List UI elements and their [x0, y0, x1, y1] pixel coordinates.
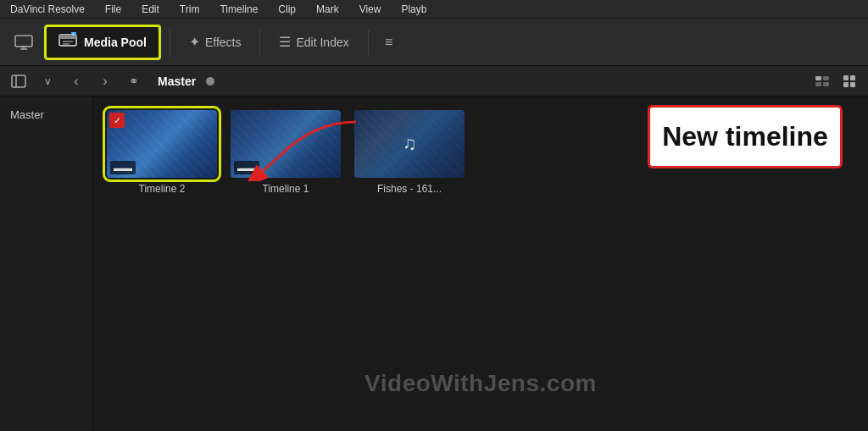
svg-rect-16 [843, 75, 849, 80]
svg-rect-10 [12, 75, 25, 87]
toolbar-separator-3 [368, 30, 369, 55]
menu-davinci[interactable]: DaVinci Resolve [7, 2, 88, 17]
menu-mark[interactable]: Mark [313, 2, 342, 17]
effects-label: Effects [205, 36, 242, 49]
list-view-btn[interactable] [810, 69, 834, 93]
media-pool-icon: + [58, 32, 77, 52]
sub-toolbar: ∨ ‹ › ⚭ Master [0, 66, 868, 97]
view-buttons [810, 69, 861, 93]
more-options-btn[interactable]: ≡ [377, 30, 401, 54]
watermark: VideoWithJens.com [364, 370, 597, 397]
menu-playb[interactable]: Playb [398, 2, 430, 17]
svg-rect-17 [850, 75, 855, 80]
list-item[interactable]: ♫ Fishes - 161... [354, 110, 465, 195]
sidebar-item-master[interactable]: Master [0, 103, 92, 126]
toolbar-separator-1 [170, 30, 170, 55]
music-icon: ♫ [403, 133, 417, 155]
toolbar-separator-2 [259, 30, 260, 55]
thumb-img-timeline2: ✓ ▬▬ [107, 110, 217, 178]
menu-bar: DaVinci Resolve File Edit Trim Timeline … [0, 0, 868, 19]
menu-timeline[interactable]: Timeline [216, 2, 261, 17]
list-item[interactable]: ✓ ▬▬ Timeline 2 [107, 110, 217, 195]
thumb-label-timeline1: Timeline 1 [263, 183, 309, 195]
edit-index-button[interactable]: ☰ Edit Index [269, 25, 359, 60]
menu-file[interactable]: File [102, 2, 125, 17]
effects-button[interactable]: ✦ Effects [179, 25, 252, 60]
svg-rect-18 [843, 82, 849, 87]
menu-clip[interactable]: Clip [275, 2, 299, 17]
callout-text: New timeline [662, 121, 828, 152]
callout-box: New timeline [648, 105, 843, 169]
thumbnail-timeline1[interactable]: ▬▬ [231, 110, 341, 178]
main-content: Master ✓ ▬▬ Timeline 2 [0, 97, 868, 431]
thumb-overlay: ▬▬ [110, 161, 136, 174]
master-dot [206, 77, 214, 86]
content-area: ✓ ▬▬ Timeline 2 ▬▬ [93, 97, 868, 431]
svg-rect-12 [815, 76, 821, 80]
link-btn[interactable]: ⚭ [122, 69, 146, 93]
panel-toggle-btn[interactable] [7, 69, 31, 93]
edit-index-icon: ☰ [279, 34, 291, 50]
media-pool-label: Media Pool [84, 36, 147, 49]
list-item[interactable]: ▬▬ Timeline 1 [231, 110, 341, 195]
svg-rect-13 [823, 76, 829, 80]
thumb-label-fishes: Fishes - 161... [377, 183, 442, 195]
menu-edit[interactable]: Edit [138, 2, 163, 17]
sidebar: Master [0, 97, 93, 431]
thumb-img-timeline1: ▬▬ [231, 110, 341, 178]
thumb-overlay-2: ▬▬ [234, 161, 259, 174]
thumbnail-timeline2[interactable]: ✓ ▬▬ [107, 110, 217, 178]
prev-nav-btn[interactable]: ‹ [64, 69, 88, 93]
check-mark-icon: ✓ [109, 113, 125, 128]
next-nav-btn[interactable]: › [93, 69, 117, 93]
grid-view-btn[interactable] [837, 69, 861, 93]
svg-rect-0 [15, 36, 32, 47]
edit-index-label: Edit Index [296, 36, 348, 49]
monitor-icon-btn[interactable] [7, 25, 41, 59]
effects-icon: ✦ [189, 34, 200, 50]
toolbar: + Media Pool ✦ Effects ☰ Edit Index ≡ [0, 19, 868, 66]
timeline-small-icon-2: ▬▬ [237, 163, 256, 173]
master-label: Master [158, 75, 196, 88]
svg-rect-14 [815, 82, 821, 86]
chevron-down-btn[interactable]: ∨ [36, 69, 59, 93]
menu-trim[interactable]: Trim [176, 2, 203, 17]
svg-text:+: + [72, 32, 75, 36]
thumb-img-fishes: ♫ [354, 110, 465, 178]
thumb-label-timeline2: Timeline 2 [139, 183, 186, 195]
svg-rect-19 [850, 82, 855, 87]
svg-rect-15 [823, 82, 829, 86]
menu-view[interactable]: View [356, 2, 385, 17]
thumbnail-fishes[interactable]: ♫ [354, 110, 465, 178]
timeline-small-icon: ▬▬ [114, 163, 132, 173]
media-pool-button[interactable]: + Media Pool [44, 25, 161, 60]
